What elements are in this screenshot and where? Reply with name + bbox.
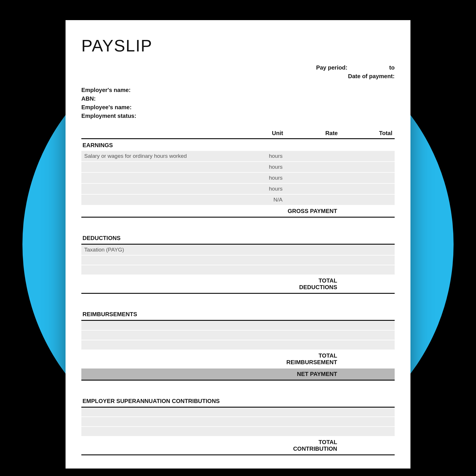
row-desc [81,255,231,265]
payslip-document: PAYSLIP Pay period: to Date of payment: … [66,20,410,469]
deductions-table: DEDUCTIONS Taxation (PAYG) TOTAL DEDUCTI… [81,232,395,294]
row-unit: hours [231,162,285,172]
row-unit: hours [231,172,285,183]
table-row: N/A [81,194,395,205]
row-desc [81,162,231,172]
super-heading: EMPLOYER SUPERANNUATION CONTRIBUTIONS [81,395,395,407]
table-row [81,407,395,417]
row-unit: hours [231,151,285,162]
column-total: Total [340,128,395,139]
row-desc [81,172,231,183]
pay-period-block: Pay period: to Date of payment: [81,63,395,80]
reimbursements-table: REIMBURSEMENTS TOTAL REIMBURSEMENT NET P… [81,308,395,381]
table-row [81,255,395,265]
reimbursements-heading: REIMBURSEMENTS [81,308,395,320]
total-reimbursement-label: TOTAL REIMBURSEMENT [285,350,340,368]
abn-label: ABN: [81,94,395,103]
date-of-payment-label: Date of payment: [348,72,395,80]
employer-details-block: Employer's name: ABN: Employee's name: E… [81,86,395,120]
gross-payment-label: GROSS PAYMENT [285,205,340,217]
table-row [81,330,395,340]
row-desc: Taxation (PAYG) [81,244,231,256]
total-contribution-label: TOTAL CONTRIBUTION [285,436,340,455]
table-row [81,340,395,350]
row-desc [81,194,231,205]
row-desc [81,183,231,194]
employment-status-label: Employment status: [81,112,395,120]
table-row [81,427,395,436]
document-title: PAYSLIP [81,36,395,55]
total-deductions-label: TOTAL DEDUCTIONS [285,275,340,293]
employee-name-label: Employee's name: [81,103,395,112]
pay-period-label: Pay period: [316,63,348,72]
row-unit: hours [231,183,285,194]
column-rate: Rate [285,128,340,139]
table-row: hours [81,183,395,194]
table-row: hours [81,162,395,172]
row-desc [81,265,231,275]
table-row [81,417,395,427]
earnings-table: Unit Rate Total EARNINGS Salary or wages… [81,128,395,218]
row-desc: Salary or wages for ordinary hours worke… [81,151,231,162]
pay-period-to: to [389,64,395,71]
table-row [81,320,395,330]
row-unit: N/A [231,194,285,205]
column-unit: Unit [231,128,285,139]
table-row [81,265,395,275]
super-table: EMPLOYER SUPERANNUATION CONTRIBUTIONS TO… [81,395,395,456]
table-row: Salary or wages for ordinary hours worke… [81,151,395,162]
table-row: Taxation (PAYG) [81,244,395,256]
deductions-heading: DEDUCTIONS [81,232,395,244]
earnings-heading: EARNINGS [81,139,395,151]
employer-name-label: Employer's name: [81,86,395,94]
net-payment-label: NET PAYMENT [285,368,340,380]
table-row: hours [81,172,395,183]
